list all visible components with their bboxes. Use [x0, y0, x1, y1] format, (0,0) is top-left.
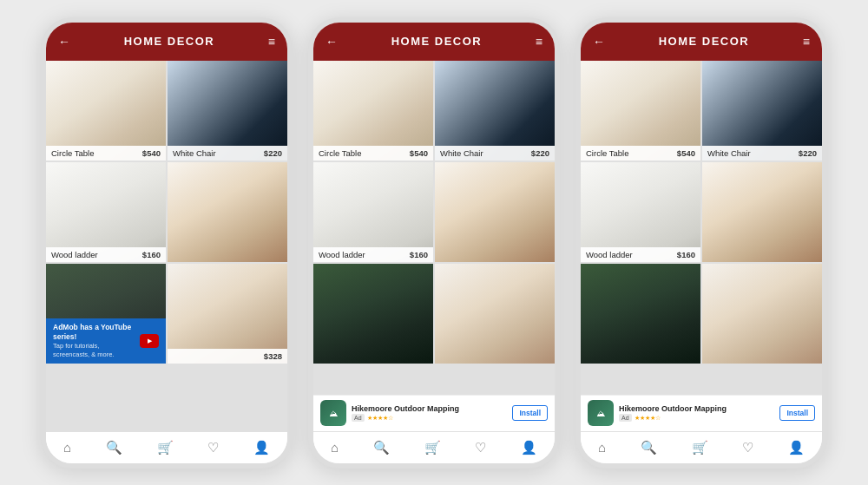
nav-wishlist-1[interactable]: ♡: [201, 438, 226, 457]
hikemoore-title-3: Hikemoore Outdoor Mapping: [619, 404, 774, 413]
nav-search-3[interactable]: 🔍: [634, 438, 664, 457]
admob-title: AdMob has a YouTube series!: [53, 323, 133, 342]
nav-cart-3[interactable]: 🛒: [685, 438, 715, 457]
product-cell-circle-table[interactable]: Circle Table $540: [46, 61, 166, 161]
phone-1-title: HOME DECOR: [124, 35, 215, 48]
phone-1-header: ← HOME DECOR ≡: [46, 23, 287, 61]
product-cell-wood-ladder-2[interactable]: Wood ladder $160: [313, 162, 433, 262]
product-cell-right-bottom-1[interactable]: $328: [168, 264, 287, 364]
nav-cart-1[interactable]: 🛒: [150, 438, 181, 457]
product-price-circle-table-2: $540: [410, 148, 428, 158]
phone-3-grid: Circle Table $540 White Chair $220 Wood …: [581, 61, 822, 395]
nav-wishlist-2[interactable]: ♡: [468, 438, 493, 457]
admob-cell[interactable]: AdMob has a YouTube series! Tap for tuto…: [46, 264, 166, 364]
hikemoore-install-3[interactable]: Install: [779, 405, 815, 421]
ad-badge-3: Ad: [619, 414, 632, 422]
nav-search-1[interactable]: 🔍: [99, 438, 129, 457]
product-cell-white-chair-3[interactable]: White Chair $220: [702, 61, 822, 161]
phone-2-title: HOME DECOR: [391, 35, 483, 48]
hikemoore-icon-3: ⛰: [588, 400, 614, 426]
product-cell-right-bottom-3[interactable]: [702, 264, 822, 364]
phone-3: ← HOME DECOR ≡ Circle Table $540 White C…: [575, 17, 827, 469]
phone-1-bottom-nav: ⌂ 🔍 🛒 ♡ 👤: [46, 431, 287, 463]
ad-badge-2: Ad: [352, 414, 365, 422]
nav-wishlist-3[interactable]: ♡: [735, 438, 760, 457]
product-name-circle-table-3: Circle Table: [586, 148, 628, 158]
product-name-white-chair-3: White Chair: [707, 148, 751, 158]
product-cell-extra-1[interactable]: [168, 162, 287, 262]
product-price-wood-ladder-1: $160: [142, 250, 161, 259]
outdoor-cell-2[interactable]: [313, 264, 433, 364]
nav-cart-2[interactable]: 🛒: [418, 438, 448, 457]
nav-profile-1[interactable]: 👤: [247, 438, 277, 457]
product-cell-white-chair-1[interactable]: White Chair $220: [168, 61, 287, 161]
nav-profile-2[interactable]: 👤: [514, 438, 544, 457]
phone-3-content: Circle Table $540 White Chair $220 Wood …: [581, 61, 822, 431]
outdoor-cell-3[interactable]: [581, 264, 700, 364]
product-cell-right-bottom-2[interactable]: [435, 264, 555, 364]
youtube-play-button[interactable]: [140, 334, 159, 348]
phone-1-content: Circle Table $540 White Chair $220 Wood …: [46, 61, 287, 431]
hikemoore-ad-2[interactable]: ⛰ Hikemoore Outdoor Mapping Ad ★★★★☆ Ins…: [313, 395, 555, 431]
product-name-wood-ladder-1: Wood ladder: [51, 250, 98, 259]
product-price-wood-ladder-2: $160: [410, 250, 428, 259]
product-price-white-chair-3: $220: [799, 148, 817, 158]
filter-icon-3[interactable]: ≡: [803, 35, 810, 49]
phone-1-grid: Circle Table $540 White Chair $220 Wood …: [46, 61, 287, 431]
nav-profile-3[interactable]: 👤: [781, 438, 812, 457]
phone-2-grid: Circle Table $540 White Chair $220 Wood …: [313, 61, 555, 395]
product-price-wood-ladder-3: $160: [677, 250, 695, 259]
hikemoore-info-2: Hikemoore Outdoor Mapping Ad ★★★★☆: [352, 404, 507, 422]
product-cell-white-chair-2[interactable]: White Chair $220: [435, 61, 555, 161]
phone-1: ← HOME DECOR ≡ Circle Table $540 White C…: [41, 17, 293, 469]
product-price-extra-1: $328: [264, 351, 282, 361]
hikemoore-install-2[interactable]: Install: [512, 405, 548, 421]
nav-home-3[interactable]: ⌂: [591, 438, 613, 456]
nav-home-1[interactable]: ⌂: [56, 438, 78, 456]
product-cell-wood-ladder-3[interactable]: Wood ladder $160: [581, 162, 700, 262]
product-cell-extra-3[interactable]: [702, 162, 822, 262]
product-name-wood-ladder-3: Wood ladder: [586, 250, 633, 259]
phone-2-header: ← HOME DECOR ≡: [313, 23, 555, 61]
phone-2-content: Circle Table $540 White Chair $220 Wood …: [313, 61, 555, 431]
product-price-white-chair-2: $220: [531, 148, 549, 158]
back-icon-3[interactable]: ←: [593, 35, 605, 49]
back-icon-2[interactable]: ←: [326, 35, 338, 49]
phone-3-header: ← HOME DECOR ≡: [581, 23, 822, 61]
phone-2: ← HOME DECOR ≡ Circle Table $540 White C…: [308, 17, 560, 469]
admob-banner[interactable]: AdMob has a YouTube series! Tap for tuto…: [46, 318, 166, 364]
product-cell-circle-table-3[interactable]: Circle Table $540: [581, 61, 700, 161]
page-wrapper: ← HOME DECOR ≡ Circle Table $540 White C…: [0, 0, 868, 485]
nav-home-2[interactable]: ⌂: [324, 438, 345, 456]
filter-icon-2[interactable]: ≡: [536, 35, 542, 49]
product-price-circle-table-3: $540: [677, 148, 695, 158]
product-name-circle-table: Circle Table: [51, 148, 94, 158]
product-price-circle-table: $540: [142, 148, 161, 158]
product-price-white-chair-1: $220: [264, 148, 282, 158]
admob-subtitle: Tap for tutorials, screencasts, & more.: [53, 342, 133, 359]
product-cell-circle-table-2[interactable]: Circle Table $540: [313, 61, 433, 161]
phone-2-bottom-nav: ⌂ 🔍 🛒 ♡ 👤: [313, 431, 555, 463]
filter-icon-1[interactable]: ≡: [268, 35, 275, 49]
hikemoore-title-2: Hikemoore Outdoor Mapping: [352, 404, 507, 413]
hikemoore-stars-2: ★★★★☆: [367, 415, 393, 422]
hikemoore-stars-3: ★★★★☆: [635, 415, 661, 422]
nav-search-2[interactable]: 🔍: [366, 438, 397, 457]
hikemoore-info-3: Hikemoore Outdoor Mapping Ad ★★★★☆: [619, 404, 774, 422]
product-name-white-chair-2: White Chair: [440, 148, 483, 158]
phone-3-title: HOME DECOR: [659, 35, 750, 48]
hikemoore-ad-3[interactable]: ⛰ Hikemoore Outdoor Mapping Ad ★★★★☆ Ins…: [581, 395, 822, 431]
hikemoore-icon-2: ⛰: [320, 400, 346, 426]
product-name-wood-ladder-2: Wood ladder: [319, 250, 365, 259]
back-icon-1[interactable]: ←: [58, 35, 70, 49]
product-name-circle-table-2: Circle Table: [319, 148, 361, 158]
product-name-white-chair-1: White Chair: [173, 148, 216, 158]
phone-3-bottom-nav: ⌂ 🔍 🛒 ♡ 👤: [581, 431, 822, 463]
product-cell-extra-2[interactable]: [435, 162, 555, 262]
product-cell-wood-ladder-1[interactable]: Wood ladder $160: [46, 162, 166, 262]
